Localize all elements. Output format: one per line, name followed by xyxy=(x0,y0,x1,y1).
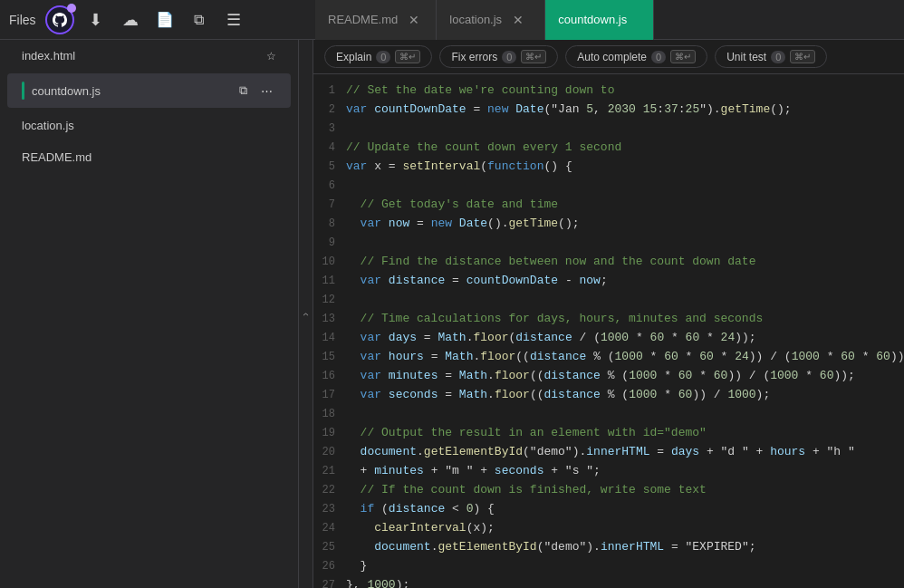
line-number: 21 xyxy=(313,463,346,480)
code-line-15: 15 var hours = Math.floor((distance % (1… xyxy=(313,348,904,367)
line-content xyxy=(346,120,897,139)
code-line-27: 27}, 1000); xyxy=(313,576,904,588)
code-line-13: 13 // Time calculations for days, hours,… xyxy=(313,310,904,329)
sidebar-item-index[interactable]: index.html ☆ xyxy=(7,42,291,70)
copy-icon[interactable]: ⧉ xyxy=(187,7,212,33)
sidebar-item-countdown[interactable]: countdown.js ⧉ ⋯ xyxy=(7,73,291,108)
code-line-4: 4// Update the count down every 1 second xyxy=(313,139,904,158)
code-line-16: 16 var minutes = Math.floor((distance % … xyxy=(313,367,904,386)
explain-kbd: ⌘↵ xyxy=(395,50,420,63)
line-content: if (distance < 0) { xyxy=(346,500,897,519)
sidebar-header: Files ⬇ ☁ 📄 ⧉ ☰ xyxy=(9,5,308,34)
sidebar-item-countdown-actions: ⧉ ⋯ xyxy=(233,81,276,101)
line-number: 2 xyxy=(313,101,346,119)
line-number: 5 xyxy=(313,159,346,176)
tab-location[interactable]: location.js ✕ xyxy=(437,0,545,40)
line-number: 7 xyxy=(313,197,346,214)
unit-test-kbd: ⌘↵ xyxy=(790,50,815,63)
line-content: // If the count down is finished, write … xyxy=(346,481,897,500)
line-number: 25 xyxy=(313,539,346,556)
line-number: 9 xyxy=(313,235,346,252)
line-content xyxy=(346,234,897,253)
tab-readme-label: README.md xyxy=(328,13,398,26)
unit-test-button[interactable]: Unit test 0 ⌘↵ xyxy=(715,45,827,68)
line-number: 18 xyxy=(313,406,346,423)
line-content: var now = new Date().getTime(); xyxy=(346,215,897,234)
code-line-24: 24 clearInterval(x); xyxy=(313,519,904,538)
code-line-2: 2var countDownDate = new Date("Jan 5, 20… xyxy=(313,101,904,120)
line-number: 17 xyxy=(313,387,346,404)
tabs-area: README.md ✕ location.js ✕ countdown.js xyxy=(315,0,895,40)
github-icon[interactable] xyxy=(45,5,74,34)
sidebar-item-index-label: index.html xyxy=(22,49,259,63)
auto-complete-badge: 0 xyxy=(651,51,666,63)
line-content: // Get today's date and time xyxy=(346,196,897,215)
code-line-25: 25 document.getElementById("demo").inner… xyxy=(313,538,904,557)
unit-test-label: Unit test xyxy=(726,51,766,63)
line-number: 27 xyxy=(313,577,346,588)
download-icon[interactable]: ⬇ xyxy=(83,7,109,33)
code-line-18: 18 xyxy=(313,405,904,424)
line-content: clearInterval(x); xyxy=(346,519,897,538)
line-content xyxy=(346,177,897,196)
code-line-20: 20 document.getElementById("demo").inner… xyxy=(313,443,904,462)
line-content: var minutes = Math.floor((distance % (10… xyxy=(346,367,897,386)
sidebar-item-countdown-label: countdown.js xyxy=(32,84,226,98)
line-number: 22 xyxy=(313,482,346,499)
sidebar-item-location[interactable]: location.js xyxy=(7,111,291,140)
line-content xyxy=(346,291,897,310)
line-number: 11 xyxy=(313,273,346,290)
line-content: }, 1000); xyxy=(346,576,897,588)
line-content xyxy=(346,405,897,424)
line-number: 8 xyxy=(313,216,346,233)
star-icon: ☆ xyxy=(266,50,276,63)
auto-complete-label: Auto complete xyxy=(577,51,647,63)
explain-badge: 0 xyxy=(376,51,390,63)
line-content: // Update the count down every 1 second xyxy=(346,139,897,158)
main-layout: index.html ☆ countdown.js ⧉ ⋯ location.j… xyxy=(0,40,904,588)
code-line-1: 1// Set the date we're counting down to xyxy=(313,82,904,101)
copy-file-icon[interactable]: ⧉ xyxy=(233,81,253,101)
tab-location-close[interactable]: ✕ xyxy=(509,11,527,29)
code-line-11: 11 var distance = countDownDate - now; xyxy=(313,272,904,291)
line-content: var days = Math.floor(distance / (1000 *… xyxy=(346,329,897,348)
auto-complete-kbd: ⌘↵ xyxy=(670,50,696,63)
line-content: var seconds = Math.floor((distance % (10… xyxy=(346,386,897,405)
tab-readme-close[interactable]: ✕ xyxy=(405,11,423,29)
code-editor[interactable]: 1// Set the date we're counting down to2… xyxy=(313,74,904,588)
line-number: 16 xyxy=(313,368,346,385)
code-line-23: 23 if (distance < 0) { xyxy=(313,500,904,519)
line-content: // Find the distance between now and the… xyxy=(346,253,897,272)
top-bar: Files ⬇ ☁ 📄 ⧉ ☰ README.md ✕ location.js … xyxy=(0,0,904,40)
more-options-icon[interactable]: ⋯ xyxy=(256,81,276,101)
line-content: var x = setInterval(function() { xyxy=(346,158,897,177)
menu-icon[interactable]: ☰ xyxy=(221,7,246,33)
line-number: 15 xyxy=(313,349,346,366)
line-content: var countDownDate = new Date("Jan 5, 203… xyxy=(346,101,897,120)
line-number: 12 xyxy=(313,292,346,309)
explain-button[interactable]: Explain 0 ⌘↵ xyxy=(324,45,432,68)
document-icon[interactable]: 📄 xyxy=(152,7,178,33)
sidebar-item-readme[interactable]: README.md xyxy=(7,143,291,171)
sidebar: index.html ☆ countdown.js ⧉ ⋯ location.j… xyxy=(0,40,299,588)
line-number: 13 xyxy=(313,311,346,328)
line-number: 1 xyxy=(313,82,346,100)
line-content: + minutes + "m " + seconds + "s "; xyxy=(346,462,897,481)
line-number: 4 xyxy=(313,140,346,157)
code-line-22: 22 // If the count down is finished, wri… xyxy=(313,481,904,500)
sidebar-collapse-handle[interactable]: ‹ xyxy=(299,40,313,588)
code-line-14: 14 var days = Math.floor(distance / (100… xyxy=(313,329,904,348)
fix-errors-button[interactable]: Fix errors 0 ⌘↵ xyxy=(439,45,558,68)
upload-icon[interactable]: ☁ xyxy=(118,7,143,33)
auto-complete-button[interactable]: Auto complete 0 ⌘↵ xyxy=(565,45,707,68)
line-number: 20 xyxy=(313,444,346,461)
sidebar-item-location-label: location.js xyxy=(22,119,276,132)
line-number: 26 xyxy=(313,558,346,575)
code-line-21: 21 + minutes + "m " + seconds + "s "; xyxy=(313,462,904,481)
tab-readme[interactable]: README.md ✕ xyxy=(315,0,437,40)
tab-countdown[interactable]: countdown.js xyxy=(545,0,654,40)
line-number: 24 xyxy=(313,520,346,537)
fix-errors-badge: 0 xyxy=(502,51,516,63)
line-content: var distance = countDownDate - now; xyxy=(346,272,897,291)
explain-label: Explain xyxy=(336,51,371,63)
